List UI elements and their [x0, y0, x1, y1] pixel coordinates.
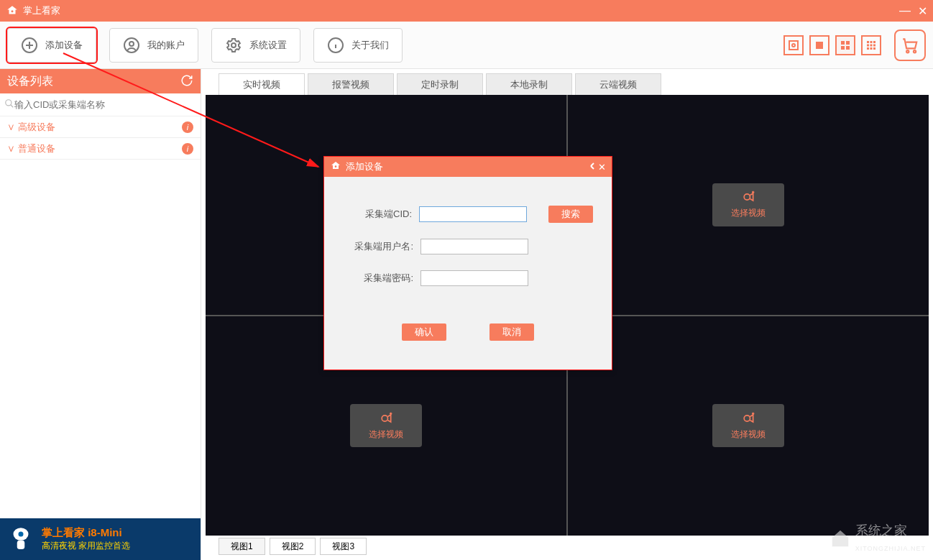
search-input[interactable] — [14, 99, 196, 110]
about-label: 关于我们 — [351, 39, 389, 52]
svg-rect-6 — [789, 41, 798, 50]
svg-point-3 — [129, 42, 134, 46]
cat-common-label: 普通设备 — [18, 143, 55, 154]
info-badge-icon[interactable]: i — [182, 121, 193, 133]
username-input[interactable] — [420, 239, 528, 254]
svg-rect-19 — [867, 47, 869, 50]
cancel-button[interactable]: 取消 — [490, 323, 534, 341]
close-button[interactable]: ✕ — [918, 4, 927, 18]
ad-banner[interactable]: 掌上看家 i8-Mini 高清夜视 家用监控首选 — [0, 518, 201, 560]
about-button[interactable]: 关于我们 — [313, 28, 403, 63]
add-device-button[interactable]: 添加设备 — [7, 28, 96, 63]
svg-point-22 — [906, 50, 909, 52]
app-title: 掌上看家 — [23, 4, 60, 17]
sidebar-cat-common[interactable]: ∨ 普通设备 i — [0, 138, 201, 160]
password-input[interactable] — [420, 270, 528, 286]
tab-alarm[interactable]: 报警视频 — [308, 73, 394, 95]
app-logo-icon — [330, 160, 341, 174]
user-circle-icon — [123, 37, 140, 54]
sidebar-search[interactable] — [0, 93, 201, 116]
select-video-button[interactable]: 选择视频 — [712, 404, 784, 447]
view-grid9-icon[interactable] — [861, 35, 881, 55]
info-icon — [327, 37, 344, 54]
search-button[interactable]: 搜索 — [548, 206, 593, 223]
my-account-button[interactable]: 我的账户 — [109, 28, 198, 63]
cid-input[interactable] — [419, 206, 527, 222]
svg-rect-16 — [867, 44, 869, 46]
video-cell[interactable]: 选择视频 — [568, 316, 929, 536]
sidebar-header: 设备列表 — [0, 69, 201, 93]
select-video-button[interactable]: 选择视频 — [712, 183, 784, 226]
svg-point-0 — [12, 10, 14, 12]
svg-rect-14 — [870, 41, 873, 43]
cart-button[interactable] — [894, 29, 926, 61]
chevron-down-icon: ∨ — [7, 143, 15, 154]
tab-realtime[interactable]: 实时视频 — [219, 73, 305, 95]
svg-rect-17 — [870, 44, 873, 46]
chevron-down-icon: ∨ — [7, 121, 15, 132]
gear-icon — [225, 37, 242, 54]
select-video-button[interactable]: 选择视频 — [350, 404, 422, 447]
info-badge-icon[interactable]: i — [182, 143, 193, 155]
toolbar: 添加设备 我的账户 系统设置 关于我们 — [0, 22, 933, 69]
viewtab-3[interactable]: 视图3 — [320, 538, 367, 555]
username-label: 采集端用户名: — [344, 240, 413, 253]
svg-point-24 — [6, 100, 12, 106]
view-tabs: 视图1 视图2 视图3 — [206, 536, 929, 556]
tab-scheduled[interactable]: 定时录制 — [397, 73, 483, 95]
svg-point-31 — [335, 165, 337, 167]
tab-cloud[interactable]: 云端视频 — [575, 73, 661, 95]
svg-point-4 — [231, 43, 236, 47]
house-icon — [829, 528, 851, 549]
settings-button[interactable]: 系统设置 — [211, 28, 300, 63]
dialog-close-icon[interactable]: ✕ — [589, 162, 606, 173]
watermark: 系统之家 XITONGZHIJIA.NET — [829, 522, 926, 554]
svg-rect-27 — [17, 541, 25, 549]
settings-label: 系统设置 — [249, 39, 287, 52]
svg-point-26 — [19, 532, 24, 537]
add-device-dialog: 添加设备 ✕ 采集端CID: 搜索 采集端用户名: 采集端密码: 确认 取消 — [323, 156, 612, 370]
video-cell[interactable]: 选择视频 — [568, 95, 929, 315]
watermark-url: XITONGZHIJIA.NET — [855, 545, 926, 552]
app-logo-icon — [6, 4, 19, 17]
tab-local[interactable]: 本地录制 — [486, 73, 572, 95]
select-video-label: 选择视频 — [731, 207, 766, 219]
add-device-label: 添加设备 — [45, 39, 83, 52]
confirm-button[interactable]: 确认 — [402, 323, 446, 341]
dialog-titlebar: 添加设备 ✕ — [324, 157, 612, 177]
search-icon — [4, 98, 14, 111]
content-tabs: 实时视频 报警视频 定时录制 本地录制 云端视频 — [206, 69, 929, 95]
minimize-button[interactable]: — — [899, 4, 911, 17]
svg-rect-9 — [841, 41, 845, 45]
refresh-icon[interactable] — [180, 74, 193, 89]
ad-line1: 掌上看家 i8-Mini — [42, 526, 130, 540]
sidebar: 设备列表 ∨ 高级设备 i ∨ 普通设备 i 掌上看家 i8-Mini 高清夜视… — [0, 69, 201, 560]
view-grid4-icon[interactable] — [835, 35, 855, 55]
svg-rect-18 — [873, 44, 875, 46]
svg-rect-21 — [873, 47, 875, 50]
watermark-name: 系统之家 — [855, 522, 926, 539]
svg-point-29 — [382, 416, 387, 421]
svg-rect-10 — [846, 41, 850, 45]
svg-rect-11 — [841, 46, 845, 50]
sidebar-cat-advanced[interactable]: ∨ 高级设备 i — [0, 116, 201, 138]
viewtab-2[interactable]: 视图2 — [270, 538, 316, 555]
viewtab-1[interactable]: 视图1 — [219, 538, 265, 555]
cat-advanced-label: 高级设备 — [18, 121, 55, 132]
svg-rect-15 — [873, 41, 875, 43]
view-single-icon[interactable] — [809, 35, 829, 55]
ad-line2: 高清夜视 家用监控首选 — [42, 540, 130, 552]
camera-product-icon — [6, 524, 36, 554]
password-label: 采集端密码: — [344, 272, 413, 285]
titlebar: 掌上看家 — ✕ — [0, 0, 933, 22]
sidebar-body — [0, 160, 201, 518]
view-fullscreen-icon[interactable] — [783, 35, 804, 55]
camera-plus-icon — [739, 190, 758, 204]
select-video-label: 选择视频 — [731, 428, 766, 441]
svg-rect-13 — [867, 41, 869, 43]
my-account-label: 我的账户 — [147, 39, 185, 52]
sidebar-title: 设备列表 — [7, 74, 53, 89]
svg-point-23 — [914, 50, 916, 52]
svg-point-30 — [744, 416, 750, 421]
svg-point-28 — [744, 194, 750, 200]
